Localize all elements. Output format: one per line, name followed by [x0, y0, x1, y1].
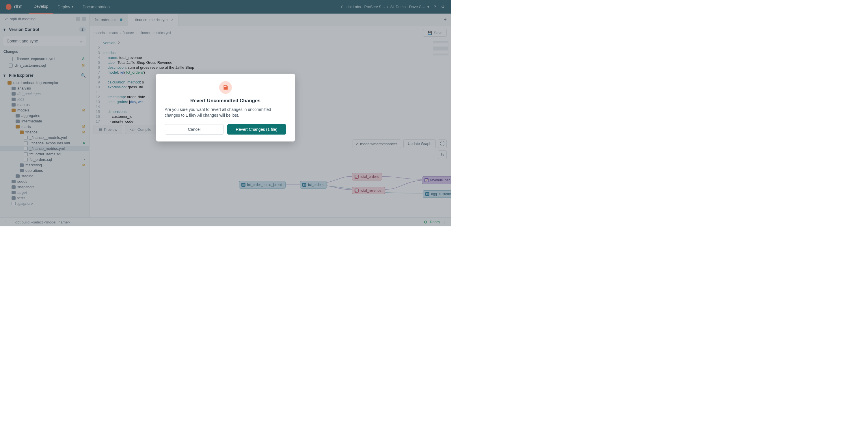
- modal-body: Are you sure you want to revert all chan…: [165, 106, 286, 118]
- cancel-button[interactable]: Cancel: [165, 124, 224, 134]
- modal-title: Revert Uncommitted Changes: [165, 98, 286, 104]
- revert-changes-modal: Revert Uncommitted Changes Are you sure …: [156, 74, 295, 142]
- save-warning-icon: [219, 81, 232, 94]
- revert-confirm-button[interactable]: Revert Changes (1 file): [227, 124, 286, 134]
- modal-overlay[interactable]: Revert Uncommitted Changes Are you sure …: [0, 0, 451, 226]
